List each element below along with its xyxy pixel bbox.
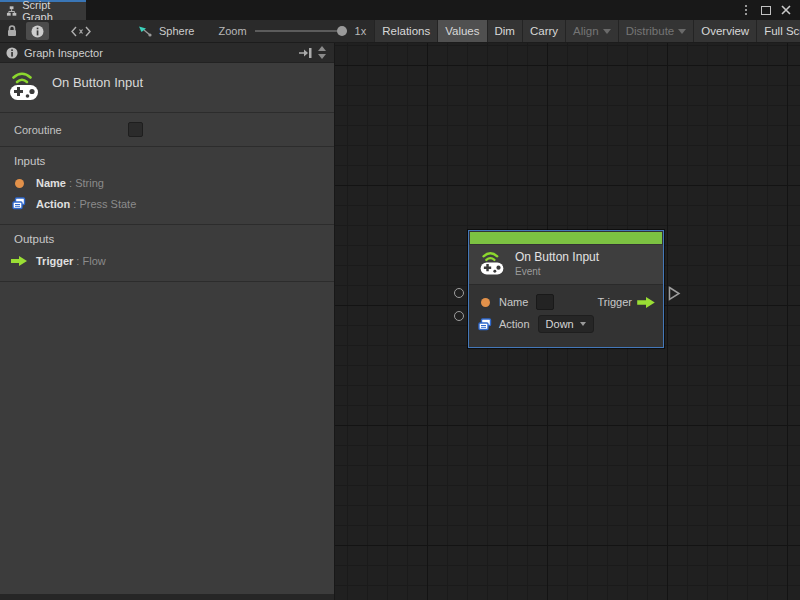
- scroll-up-icon[interactable]: [318, 46, 326, 51]
- enum-port-icon: [10, 197, 28, 210]
- full-screen-button[interactable]: Full Screen: [756, 20, 800, 42]
- unit-title: On Button Input: [52, 71, 143, 90]
- lock-icon: [6, 24, 18, 38]
- gamepad-event-icon: [479, 251, 505, 277]
- window-menu-button[interactable]: [738, 2, 754, 18]
- title-bar-spacer: [86, 0, 738, 20]
- window-controls: [738, 0, 800, 20]
- zoom-slider-track: [255, 30, 347, 32]
- graph-target-button[interactable]: Sphere: [115, 20, 204, 42]
- external-input-port-action[interactable]: [454, 311, 464, 321]
- gamepad-event-icon: [8, 71, 40, 103]
- script-machine-icon: [137, 25, 153, 38]
- edit-source-button[interactable]: [51, 20, 111, 42]
- info-icon: [31, 25, 44, 38]
- window-close-button[interactable]: [778, 2, 794, 18]
- zoom-control: Zoom 1x: [204, 20, 374, 42]
- enum-port-icon[interactable]: [477, 318, 493, 331]
- trigger-port-label: Trigger: [598, 296, 632, 308]
- inspector-toggle-button[interactable]: [26, 22, 49, 40]
- relations-button[interactable]: Relations: [374, 20, 437, 42]
- carry-button[interactable]: Carry: [522, 20, 565, 42]
- inspector-footer: [0, 594, 334, 600]
- panel-scroll-buttons: [318, 46, 328, 59]
- content-area: Graph Inspector: [0, 43, 800, 600]
- overview-button[interactable]: Overview: [693, 20, 756, 42]
- external-output-port-trigger[interactable]: [668, 286, 681, 301]
- graph-target-label: Sphere: [159, 25, 194, 37]
- inputs-section: Inputs Name : String Action: [0, 147, 334, 225]
- align-dropdown-button[interactable]: Align: [565, 20, 618, 42]
- node-row-name-trigger: Name Trigger: [477, 291, 655, 313]
- name-port-label: Name: [499, 296, 528, 308]
- node-header[interactable]: On Button Input Event: [469, 245, 663, 284]
- name-port-field[interactable]: [536, 294, 554, 310]
- node-title: On Button Input: [515, 250, 599, 264]
- action-value: Down: [546, 318, 574, 330]
- scroll-down-icon[interactable]: [318, 54, 326, 59]
- flow-port-icon: [10, 256, 28, 266]
- graph-canvas[interactable]: On Button Input Event Name Trigger: [335, 43, 800, 600]
- coroutine-row: Coroutine: [0, 113, 334, 147]
- graph-inspector-panel: Graph Inspector: [0, 43, 335, 600]
- kebab-menu-icon: [745, 5, 747, 15]
- code-icon: [71, 26, 91, 37]
- node-row-action: Action Down: [477, 313, 655, 335]
- window-maximize-button[interactable]: [758, 2, 774, 18]
- external-input-port-name[interactable]: [454, 288, 464, 298]
- node-subtitle: Event: [515, 266, 599, 277]
- script-graph-icon: [6, 5, 17, 17]
- zoom-value: 1x: [355, 25, 367, 37]
- zoom-slider[interactable]: [255, 25, 347, 37]
- unity-script-graph-window: Script Graph: [0, 0, 800, 600]
- outputs-section: Outputs Trigger : Flow: [0, 225, 334, 282]
- maximize-icon: [761, 6, 771, 15]
- dim-button[interactable]: Dim: [487, 20, 522, 42]
- inputs-title: Inputs: [0, 155, 334, 173]
- dock-panel-icon[interactable]: [297, 47, 312, 59]
- zoom-label: Zoom: [218, 25, 246, 37]
- graph-inspector-header: Graph Inspector: [0, 43, 334, 63]
- flow-port-icon[interactable]: [637, 297, 655, 308]
- graph-toolbar: Sphere Zoom 1x Relations Values Dim Carr…: [0, 20, 800, 43]
- zoom-slider-knob[interactable]: [337, 26, 347, 36]
- node-accent-bar: [470, 232, 662, 244]
- dropdown-caret-icon: [678, 29, 686, 34]
- tab-script-graph[interactable]: Script Graph: [0, 0, 86, 20]
- outputs-title: Outputs: [0, 233, 334, 251]
- node-body: Name Trigger: [469, 284, 663, 347]
- dropdown-caret-icon: [580, 322, 586, 326]
- port-row-action: Action : Press State: [0, 193, 334, 214]
- coroutine-label: Coroutine: [14, 124, 62, 136]
- node-on-button-input[interactable]: On Button Input Event Name Trigger: [468, 230, 664, 348]
- string-port-icon[interactable]: [477, 298, 493, 307]
- action-port-label: Action: [499, 318, 530, 330]
- string-port-icon: [10, 179, 28, 188]
- inspector-empty-area: [0, 282, 334, 594]
- close-icon: [781, 5, 791, 15]
- distribute-dropdown-button[interactable]: Distribute: [618, 20, 694, 42]
- port-row-trigger: Trigger : Flow: [0, 251, 334, 271]
- toolbar-button-group: Relations Values Dim Carry Align Distrib…: [374, 20, 800, 42]
- info-icon: [6, 47, 18, 59]
- values-button[interactable]: Values: [437, 20, 486, 42]
- panel-title: Graph Inspector: [24, 47, 103, 59]
- lock-button[interactable]: [0, 20, 24, 42]
- title-bar: Script Graph: [0, 0, 800, 20]
- unit-summary: On Button Input: [0, 63, 334, 113]
- action-value-dropdown[interactable]: Down: [538, 315, 594, 333]
- dropdown-caret-icon: [603, 29, 611, 34]
- port-row-name: Name : String: [0, 173, 334, 193]
- coroutine-checkbox[interactable]: [128, 122, 143, 137]
